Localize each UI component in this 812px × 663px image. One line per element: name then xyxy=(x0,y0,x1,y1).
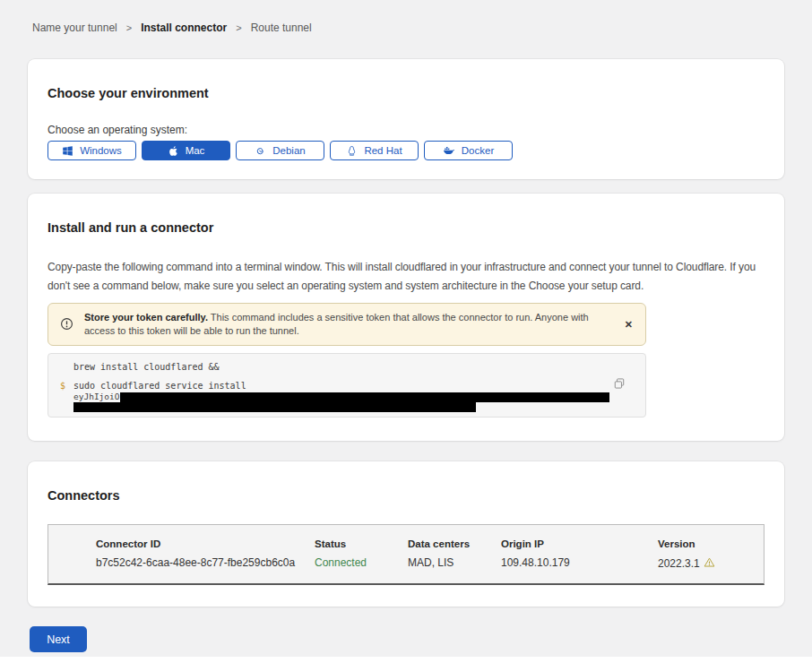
status-badge: Connected xyxy=(315,556,408,572)
header-connector-id: Connector ID xyxy=(96,538,315,550)
token-line: eyJhIjoiO xyxy=(73,392,645,402)
table-row: b7c52c42-6caa-48ee-8c77-fbe259cb6c0a Con… xyxy=(96,556,755,572)
connectors-table-header: Connector ID Status Data centers Origin … xyxy=(96,538,755,550)
os-button-redhat[interactable]: Red Hat xyxy=(330,141,419,160)
os-button-label: Docker xyxy=(462,145,494,156)
version-warning-icon xyxy=(704,556,715,572)
breadcrumb-separator: > xyxy=(126,22,132,34)
header-status: Status xyxy=(315,538,408,550)
install-card-title: Install and run a connector xyxy=(48,220,764,235)
debian-icon xyxy=(255,145,266,157)
os-button-label: Mac xyxy=(186,145,205,156)
breadcrumb-step-install-connector[interactable]: Install connector xyxy=(141,22,227,34)
redhat-icon xyxy=(346,145,358,157)
token-warning-title: Store your token carefully. xyxy=(84,312,208,323)
connectors-card-title: Connectors xyxy=(48,488,764,503)
cell-connector-id: b7c52c42-6caa-48ee-8c77-fbe259cb6c0a xyxy=(96,556,315,572)
header-data-centers: Data centers xyxy=(408,538,501,550)
os-button-label: Debian xyxy=(272,145,305,156)
connectors-table: Connector ID Status Data centers Origin … xyxy=(48,524,764,585)
os-button-label: Windows xyxy=(80,145,122,156)
os-button-windows[interactable]: Windows xyxy=(48,141,136,160)
install-card-description: Copy-paste the following command into a … xyxy=(48,258,763,296)
header-version: Version xyxy=(658,538,755,550)
docker-icon xyxy=(443,144,455,157)
token-prefix: eyJhIjoiO xyxy=(73,392,119,401)
os-select-label: Choose an operating system: xyxy=(48,124,764,137)
connectors-card: Connectors Connector ID Status Data cent… xyxy=(28,461,784,607)
alert-circle-icon xyxy=(60,317,73,334)
copy-icon[interactable] xyxy=(611,375,627,394)
breadcrumb: Name your tunnel > Install connector > R… xyxy=(0,0,812,34)
os-button-docker[interactable]: Docker xyxy=(424,141,513,160)
close-icon[interactable]: ✕ xyxy=(621,316,636,333)
code-line-brew: brew install cloudflared && xyxy=(73,362,645,373)
os-button-group: Windows Mac Debian Red Hat Docker xyxy=(48,141,764,160)
cell-version: 2022.3.1 xyxy=(658,556,755,572)
token-redaction-bar xyxy=(120,392,609,402)
environment-card-title: Choose your environment xyxy=(48,86,764,100)
breadcrumb-step-route-tunnel[interactable]: Route tunnel xyxy=(251,22,312,34)
environment-card: Choose your environment Choose an operat… xyxy=(28,59,784,179)
os-button-debian[interactable]: Debian xyxy=(236,141,324,160)
install-command-code-block: brew install cloudflared && $ sudo cloud… xyxy=(48,353,646,418)
token-warning-banner: Store your token carefully. This command… xyxy=(48,303,646,346)
cell-data-centers: MAD, LIS xyxy=(408,556,501,572)
cell-origin-ip: 109.48.10.179 xyxy=(501,556,658,572)
shell-prompt: $ xyxy=(60,381,65,392)
header-origin-ip: Origin IP xyxy=(501,538,658,550)
os-button-mac[interactable]: Mac xyxy=(142,141,230,160)
bottom-page-edge xyxy=(0,657,812,663)
breadcrumb-separator: > xyxy=(236,22,241,34)
windows-icon xyxy=(62,145,73,157)
token-redaction-bar xyxy=(73,402,476,412)
install-connector-card: Install and run a connector Copy-paste t… xyxy=(28,194,784,441)
apple-icon xyxy=(168,145,179,157)
breadcrumb-step-name-your-tunnel[interactable]: Name your tunnel xyxy=(32,22,117,34)
token-warning-text: Store your token carefully. This command… xyxy=(84,311,615,338)
next-button[interactable]: Next xyxy=(30,626,87,652)
os-button-label: Red Hat xyxy=(364,145,402,156)
code-line-install: sudo cloudflared service install xyxy=(73,381,645,392)
